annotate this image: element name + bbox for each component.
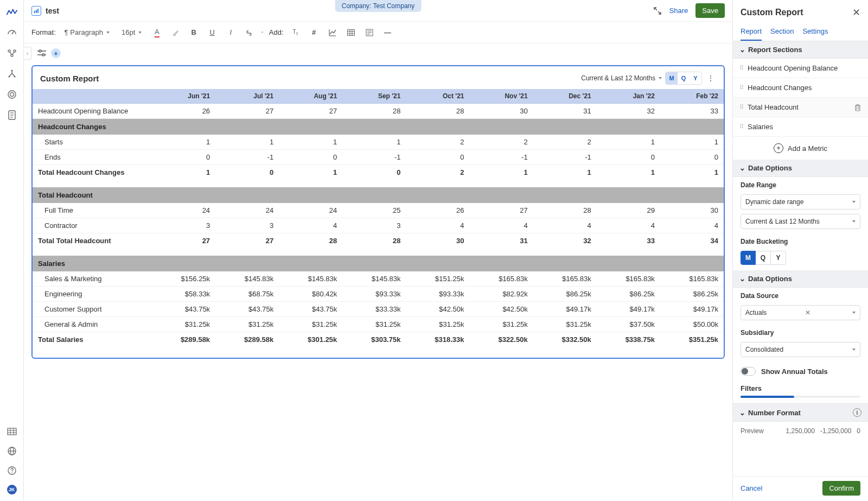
bucket-Q[interactable]: Q: [678, 72, 690, 84]
cell: 31: [533, 104, 597, 119]
share-link[interactable]: Share: [669, 7, 688, 15]
cell: $145.83k: [215, 271, 279, 287]
col-header: Sep '21: [342, 89, 406, 104]
graph-icon[interactable]: [7, 48, 17, 59]
section-head: Salaries: [33, 256, 724, 271]
insert-number-button[interactable]: #: [308, 26, 321, 39]
report-sections-header[interactable]: ⌄Report Sections: [733, 41, 868, 59]
branch-icon[interactable]: [7, 68, 17, 79]
date-range-type-select[interactable]: Dynamic date range: [741, 194, 860, 210]
insert-divider-button[interactable]: —: [381, 26, 394, 39]
highlight-button[interactable]: [169, 26, 182, 39]
cell: $165.83k: [533, 271, 597, 287]
metric-item[interactable]: ⠿Salaries: [733, 117, 868, 137]
drag-handle-icon[interactable]: ⠿: [739, 123, 743, 130]
cancel-button[interactable]: Cancel: [741, 484, 762, 492]
cell: $31.25k: [279, 317, 342, 332]
tab-settings[interactable]: Settings: [802, 23, 828, 41]
date-options-header[interactable]: ⌄Date Options: [733, 160, 868, 177]
cell: 27: [470, 203, 533, 218]
bold-button[interactable]: B: [187, 26, 200, 39]
bucket-Y[interactable]: Y: [690, 72, 701, 84]
annual-totals-toggle[interactable]: [741, 367, 756, 376]
link-button[interactable]: [242, 26, 256, 39]
insert-list-button[interactable]: [363, 26, 376, 39]
cell: 2: [470, 135, 533, 150]
tab-report[interactable]: Report: [741, 23, 762, 41]
info-icon[interactable]: i: [853, 408, 861, 417]
close-panel-icon[interactable]: ✕: [852, 7, 860, 18]
text-color-button[interactable]: A: [150, 26, 163, 39]
expand-sidebar-handle[interactable]: ›: [24, 47, 31, 60]
tab-section[interactable]: Section: [770, 23, 794, 41]
panel-bucket-Q[interactable]: Q: [756, 251, 771, 265]
cell: 33: [660, 104, 724, 119]
cell: $31.25k: [342, 317, 406, 332]
company-pill[interactable]: Company: Test Company: [335, 0, 422, 12]
cell: 1: [533, 165, 597, 180]
underline-button[interactable]: U: [206, 26, 219, 39]
add-metric-button[interactable]: +Add a Metric: [733, 137, 868, 160]
metric-item[interactable]: ⠿Total Headcount: [733, 98, 868, 117]
table-icon[interactable]: [7, 426, 17, 437]
insert-chart-button[interactable]: [326, 26, 339, 39]
cell: 30: [470, 104, 533, 119]
report-more-menu[interactable]: ⋮: [705, 73, 716, 84]
cell: $49.17k: [533, 302, 597, 317]
cell: $42.50k: [470, 302, 533, 317]
paragraph-select[interactable]: ¶ Paragraph: [61, 27, 113, 37]
cell: 26: [406, 203, 469, 218]
fullscreen-icon[interactable]: [653, 7, 662, 15]
cell: 29: [597, 203, 660, 218]
number-format-header[interactable]: ⌄Number Format i: [733, 403, 868, 422]
metric-item[interactable]: ⠿Headcount Opening Balance: [733, 59, 868, 78]
drag-handle-icon[interactable]: ⠿: [739, 104, 743, 111]
row-label: Total Salaries: [33, 332, 152, 347]
logo-icon[interactable]: [7, 7, 17, 17]
cell: $156.25k: [152, 271, 215, 287]
subsidiary-select[interactable]: Consolidated: [741, 342, 860, 357]
cell: 4: [533, 218, 597, 233]
panel-bucket-M[interactable]: M: [741, 251, 756, 265]
target-icon[interactable]: [7, 89, 17, 100]
fontsize-select[interactable]: 16pt: [118, 27, 145, 37]
cell: 0: [597, 150, 660, 165]
panel-bucket-Y[interactable]: Y: [771, 251, 786, 265]
cell: 1: [660, 135, 724, 150]
drag-handle-icon[interactable]: ⠿: [739, 65, 743, 72]
bucket-M[interactable]: M: [666, 72, 678, 84]
cell: $31.25k: [406, 317, 469, 332]
add-filter-button[interactable]: +: [51, 48, 61, 58]
confirm-button[interactable]: Confirm: [822, 481, 860, 496]
date-range-value-select[interactable]: Current & Last 12 Months: [741, 214, 860, 229]
document-icon[interactable]: [7, 110, 17, 121]
metric-item[interactable]: ⠿Headcount Changes: [733, 78, 868, 98]
svg-rect-51: [856, 106, 860, 111]
cell: 3: [342, 218, 406, 233]
svg-point-10: [10, 93, 14, 97]
cell: 4: [406, 218, 469, 233]
data-source-select[interactable]: Actuals✕: [741, 305, 860, 320]
document-title[interactable]: test: [46, 7, 59, 15]
delete-icon[interactable]: [854, 104, 861, 111]
save-button[interactable]: Save: [695, 3, 725, 18]
insert-table-button[interactable]: [344, 26, 358, 39]
date-range-select[interactable]: Current & Last 12 Months: [581, 74, 662, 82]
data-options-header[interactable]: ⌄Data Options: [733, 270, 868, 288]
section-head: Total Headcount: [33, 187, 724, 203]
cell: $80.42k: [279, 287, 342, 302]
filter-icon[interactable]: [37, 49, 47, 57]
drag-handle-icon[interactable]: ⠿: [739, 84, 743, 91]
help-icon[interactable]: [7, 465, 17, 476]
insert-text-button[interactable]: TT: [289, 26, 302, 39]
metric-label: Headcount Opening Balance: [748, 64, 838, 72]
dashboard-icon[interactable]: [7, 27, 17, 38]
cell: 1: [215, 135, 279, 150]
user-avatar[interactable]: JK: [7, 485, 17, 494]
report-container[interactable]: Custom Report Current & Last 12 Months M…: [31, 65, 725, 359]
filters-label: Filters: [733, 381, 868, 394]
cell: 3: [152, 218, 215, 233]
italic-button[interactable]: I: [224, 26, 237, 39]
section-head: Headcount Changes: [33, 119, 724, 135]
globe-icon[interactable]: [7, 446, 17, 456]
